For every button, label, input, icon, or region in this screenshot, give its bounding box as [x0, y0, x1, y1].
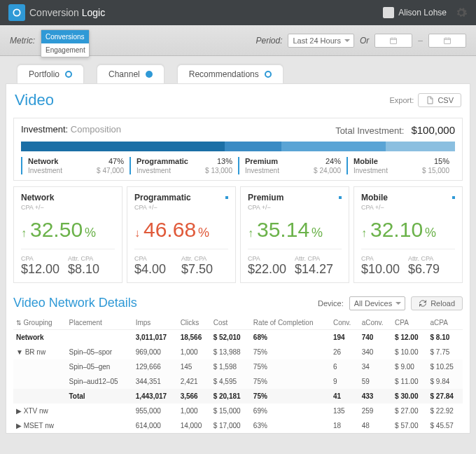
metric-card[interactable]: ProgrammaticCPA +/−↓46.68%CPA$4.00Attr. … [127, 186, 236, 283]
page: Video Export: CSV Investment: Compositio… [6, 83, 470, 434]
device-select[interactable]: All Devices [349, 296, 405, 310]
brand: Conversion Logic [29, 7, 105, 18]
device-label: Device: [318, 299, 344, 308]
export-csv-button[interactable]: CSV [418, 93, 461, 107]
topbar: Conversion Logic Alison Lohse [0, 0, 476, 25]
metric-card[interactable]: NetworkCPA +/−↑32.50%CPA$12.00Attr. CPA$… [13, 186, 122, 283]
table-col-header[interactable]: ⇅ Grouping [13, 316, 66, 330]
tabs: Portfolio Channel Recommendations [0, 56, 476, 83]
calendar-icon [443, 36, 451, 45]
investment-segment [281, 142, 386, 151]
table-row[interactable]: Network3,011,01718,566$ 52,01068%194740$… [13, 330, 463, 345]
user-menu[interactable]: Alison Lohse [383, 7, 447, 18]
circle-icon [339, 196, 342, 199]
period-select[interactable]: Last 24 Hours [288, 34, 354, 48]
filter-bar: Metric: Conversions Engagement Period: L… [0, 25, 476, 56]
table-row[interactable]: ▶ XTV nw955,0001,000$ 15,00069%135259$ 2… [13, 404, 463, 418]
investment-col: Mobile15%Investment$ 15,000 [346, 157, 455, 174]
arrow-up-icon: ↑ [21, 227, 27, 240]
metric-card[interactable]: MobileCPA +/−↑32.10%CPA$10.00Attr. CPA$6… [354, 186, 463, 283]
investment-col: Premium24%Investment$ 24,000 [238, 157, 346, 174]
export-label: Export: [390, 96, 414, 104]
user-name: Alison Lohse [398, 8, 447, 18]
metric-option[interactable]: Conversions [41, 30, 89, 43]
period-label: Period: [255, 36, 282, 46]
tab-channel[interactable]: Channel [97, 64, 164, 83]
table-col-header[interactable]: Conv. [330, 316, 359, 330]
investment-block: Investment: Composition Total Investment… [13, 118, 463, 181]
table-col-header[interactable]: aConv. [359, 316, 392, 330]
metric-dropdown[interactable]: Conversions Engagement [41, 29, 90, 57]
or-label: Or [360, 36, 369, 46]
table-row[interactable]: ▶ MSET nw614,00014,000$ 17,00063%1848$ 5… [13, 418, 463, 433]
tab-portfolio[interactable]: Portfolio [17, 64, 84, 83]
reload-button[interactable]: Reload [411, 296, 463, 310]
svg-point-0 [13, 9, 20, 15]
circle-icon [146, 71, 153, 78]
investment-col: Programmatic13%Investment$ 13,000 [130, 157, 238, 174]
document-icon [426, 96, 434, 104]
metric-option[interactable]: Engagement [41, 43, 89, 57]
investment-segment [386, 142, 455, 151]
investment-col: Network47%Investment$ 47,000 [21, 157, 130, 174]
page-title: Video [15, 91, 54, 109]
table-col-header[interactable]: Imps [133, 316, 178, 330]
gear-icon[interactable] [455, 6, 468, 19]
date-to[interactable] [428, 34, 466, 48]
arrow-up-icon: ↑ [248, 227, 253, 240]
arrow-down-icon: ↓ [134, 227, 140, 240]
table-col-header[interactable]: aCPA [428, 316, 463, 330]
reload-icon [419, 299, 427, 308]
table-row[interactable]: Total1,443,0173,566$ 20,18175%41433$ 30.… [13, 389, 463, 404]
table-col-header[interactable]: Rate of Completion [251, 316, 330, 330]
circle-icon [225, 196, 228, 199]
table-row[interactable]: Spin–aud12–05344,3512,421$ 4,59575%959$ … [13, 374, 463, 389]
table-row[interactable]: ▼ BR nwSpin–05–spor969,0001,000$ 13,9887… [13, 345, 463, 359]
svg-rect-2 [444, 38, 451, 43]
calendar-icon [389, 36, 398, 45]
investment-segment [225, 142, 281, 151]
logo-icon [8, 4, 25, 21]
details-table: ⇅ GroupingPlacementImpsClicksCostRate of… [13, 316, 463, 433]
circle-icon [65, 71, 72, 78]
arrow-up-icon: ↑ [361, 227, 367, 240]
investment-bar [21, 142, 455, 151]
svg-rect-1 [391, 38, 397, 43]
date-dash: – [418, 36, 423, 46]
investment-segment [21, 142, 225, 151]
table-col-header[interactable]: Clicks [178, 316, 211, 330]
table-row[interactable]: Spin–05–gen129,666145$ 1,59875%634$ 9.00… [13, 359, 463, 374]
metric-label: Metric: [10, 36, 35, 46]
circle-icon [265, 71, 272, 78]
details-title: Video Network Details [13, 296, 137, 310]
metric-card[interactable]: PremiumCPA +/−↑35.14%CPA$22.00Attr. CPA$… [240, 186, 349, 283]
date-from[interactable] [374, 34, 412, 48]
avatar-icon [383, 7, 394, 18]
tab-recommendations[interactable]: Recommendations [177, 64, 284, 83]
table-col-header[interactable]: CPA [392, 316, 427, 330]
table-col-header[interactable]: Placement [66, 316, 132, 330]
table-col-header[interactable]: Cost [211, 316, 251, 330]
circle-icon [452, 196, 455, 199]
